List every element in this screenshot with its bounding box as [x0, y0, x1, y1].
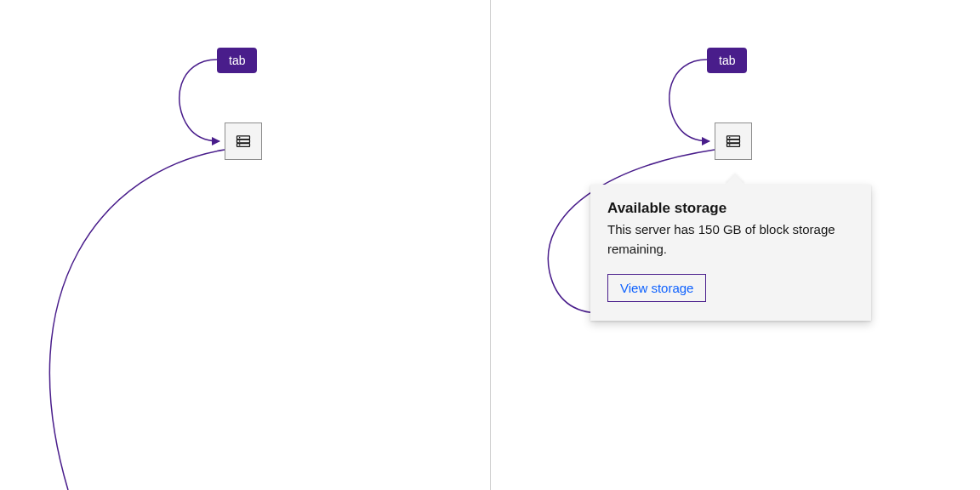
- example-expanded: tab Available storage This server has 15…: [490, 0, 980, 490]
- svg-point-5: [239, 145, 241, 146]
- view-storage-button[interactable]: View storage: [607, 274, 706, 302]
- server-node[interactable]: [225, 122, 262, 160]
- svg-point-3: [239, 137, 241, 139]
- popover-body: This server has 150 GB of block storage …: [607, 220, 854, 259]
- server-icon: [235, 133, 252, 150]
- tab-origin-label: tab: [719, 54, 735, 67]
- svg-rect-0: [237, 136, 250, 140]
- svg-point-11: [729, 145, 731, 146]
- svg-rect-8: [727, 144, 740, 147]
- svg-rect-7: [727, 140, 740, 143]
- svg-point-4: [239, 140, 241, 142]
- svg-point-9: [729, 137, 731, 139]
- tab-origin-label: tab: [229, 54, 245, 67]
- example-collapsed: tab: [0, 0, 490, 490]
- tab-origin-badge: tab: [707, 48, 747, 73]
- svg-point-10: [729, 140, 731, 142]
- svg-rect-6: [727, 136, 740, 140]
- storage-popover: Available storage This server has 150 GB…: [590, 185, 871, 321]
- tab-origin-badge: tab: [217, 48, 257, 73]
- svg-rect-1: [237, 140, 250, 143]
- svg-rect-2: [237, 144, 250, 147]
- server-icon: [725, 133, 742, 150]
- popover-title: Available storage: [607, 200, 854, 217]
- server-node[interactable]: [715, 122, 752, 160]
- flow-connectors: [0, 0, 490, 490]
